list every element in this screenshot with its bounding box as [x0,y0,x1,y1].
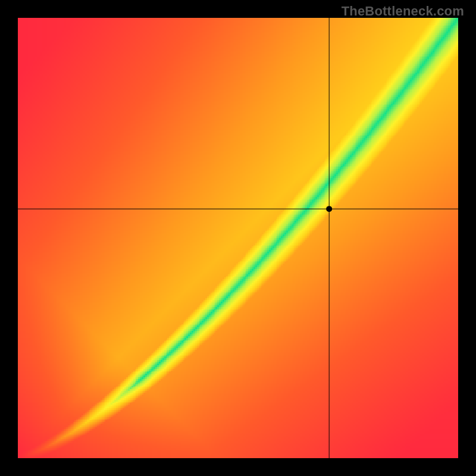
watermark-text: TheBottleneck.com [342,4,464,19]
plot-area [18,18,458,458]
heatmap-canvas [18,18,458,458]
chart-frame: TheBottleneck.com [0,0,476,476]
